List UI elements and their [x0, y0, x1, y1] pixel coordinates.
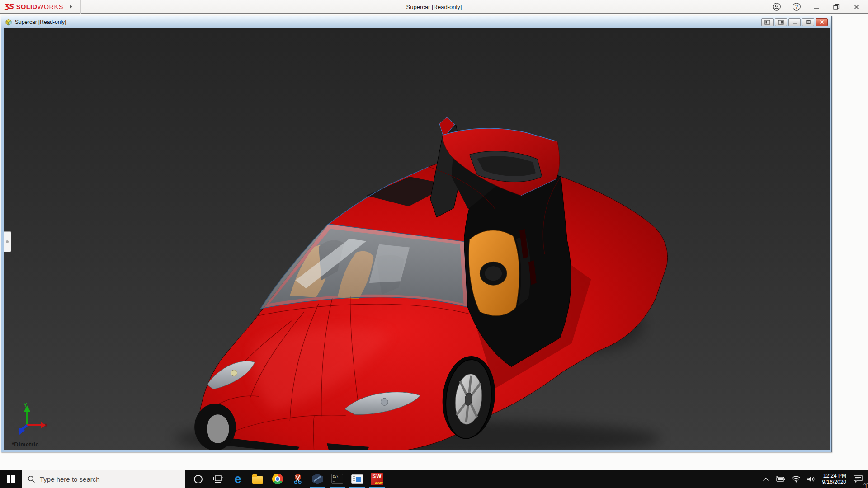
snip-tool-icon: [292, 474, 303, 484]
tray-show-hidden-icons[interactable]: [760, 470, 772, 488]
graphics-viewport[interactable]: Y X *Dimetric: [4, 28, 830, 450]
solidworks-2020-icon: SW 2020: [371, 473, 383, 485]
splitter-dot-icon: [6, 240, 9, 243]
svg-text:X: X: [44, 423, 47, 428]
doc-minimize-icon: [792, 20, 797, 24]
orientation-triad-icon: Y X: [15, 402, 48, 436]
task-view-icon: [213, 474, 223, 484]
brand-bold: SOLID: [16, 3, 38, 10]
sw-icon-letters: SW: [372, 473, 382, 479]
taskbar-item-snip-tool[interactable]: [288, 470, 307, 488]
view-orientation-label: *Dimetric: [12, 441, 39, 448]
document-title: Supercar [Read-only]: [15, 19, 66, 25]
doc-minimize-button[interactable]: [788, 18, 801, 26]
cortana-icon: [194, 475, 203, 483]
tray-notification-center[interactable]: 1: [850, 470, 866, 488]
tray-clock[interactable]: 12:24 PM 9/16/2020: [819, 473, 850, 485]
command-prompt-icon: C:\ _: [331, 474, 343, 484]
restore-icon: [833, 3, 840, 10]
chrome-icon: [272, 474, 283, 484]
notification-count-badge: 1: [863, 483, 868, 488]
taskbar-item-chrome[interactable]: [268, 470, 288, 488]
panel-left-icon: [764, 20, 770, 25]
volume-icon: [807, 476, 816, 483]
close-icon: [853, 4, 860, 10]
clock-time: 12:24 PM: [822, 473, 846, 479]
window-app-icon: [351, 474, 363, 484]
taskbar-item-task-view[interactable]: [208, 470, 228, 488]
svg-text:?: ?: [795, 4, 798, 9]
app-title: Supercar [Read-only]: [0, 0, 868, 14]
help-button[interactable]: ?: [788, 0, 806, 13]
user-icon: [772, 2, 781, 11]
start-button[interactable]: [0, 470, 22, 488]
close-button[interactable]: [847, 0, 865, 13]
minimize-icon: [813, 4, 820, 10]
main-titlebar: ƷS SOLIDWORKS Supercar [Read-only] ?: [0, 0, 868, 14]
tray-volume[interactable]: [804, 470, 819, 488]
account-button[interactable]: [768, 0, 786, 13]
brand-light: WORKS: [38, 3, 63, 10]
tray-battery[interactable]: [772, 470, 788, 488]
car-model-3d[interactable]: [4, 28, 830, 450]
doc-restore-icon: [806, 20, 811, 24]
notification-icon: [853, 475, 863, 483]
taskbar-item-window-app[interactable]: [347, 470, 367, 488]
panel-right-icon: [778, 20, 784, 25]
solidworks-app: ƷS SOLIDWORKS Supercar [Read-only] ?: [0, 0, 868, 488]
taskbar-search-box[interactable]: Type here to search: [22, 470, 185, 488]
chevron-up-icon: [763, 477, 769, 481]
taskbar-item-file-explorer[interactable]: [248, 470, 268, 488]
cmd-cursor-text: _: [333, 479, 342, 482]
document-titlebar[interactable]: Supercar [Read-only]: [1, 16, 831, 28]
help-icon: ?: [792, 2, 801, 11]
document-window: Supercar [Read-only]: [1, 16, 832, 452]
solidworks-logo-icon: ƷS: [5, 2, 14, 11]
front-left-wheel: [194, 404, 236, 450]
windows-taskbar: Type here to search e: [0, 470, 868, 488]
doc-close-button[interactable]: [816, 18, 828, 26]
windows-logo-icon: [7, 475, 15, 483]
part-document-icon: [5, 19, 12, 26]
file-explorer-icon: [252, 476, 263, 484]
hexagon-app-icon: [312, 474, 323, 484]
panel-right-button[interactable]: [775, 18, 787, 26]
featuremanager-splitter-tab[interactable]: [4, 231, 11, 252]
divider: [80, 0, 81, 14]
taskbar-item-edge[interactable]: e: [228, 470, 248, 488]
solidworks-logo-text: SOLIDWORKS: [16, 3, 63, 10]
search-icon: [28, 475, 35, 483]
wifi-icon: [792, 476, 801, 483]
taskbar-item-solidworks-2020[interactable]: SW 2020: [367, 470, 387, 488]
search-placeholder-text: Type here to search: [40, 475, 100, 483]
edge-icon: e: [234, 474, 241, 484]
restore-button[interactable]: [827, 0, 845, 13]
client-area: Supercar [Read-only]: [0, 14, 868, 470]
solidworks-menu-button[interactable]: ƷS SOLIDWORKS: [0, 0, 85, 13]
taskbar-item-hexagon-app[interactable]: [307, 470, 327, 488]
sw-icon-year: 2020: [375, 481, 383, 485]
taskbar-item-command-prompt[interactable]: C:\ _: [327, 470, 347, 488]
doc-restore-button[interactable]: [802, 18, 814, 26]
minimize-button[interactable]: [807, 0, 826, 13]
tray-wifi[interactable]: [788, 470, 804, 488]
taskbar-item-cortana[interactable]: [188, 470, 208, 488]
doc-close-icon: [819, 20, 825, 24]
panel-left-button[interactable]: [761, 18, 774, 26]
clock-date: 9/16/2020: [822, 479, 846, 485]
battery-icon: [775, 476, 785, 482]
menu-expand-arrow-icon[interactable]: [70, 5, 72, 9]
